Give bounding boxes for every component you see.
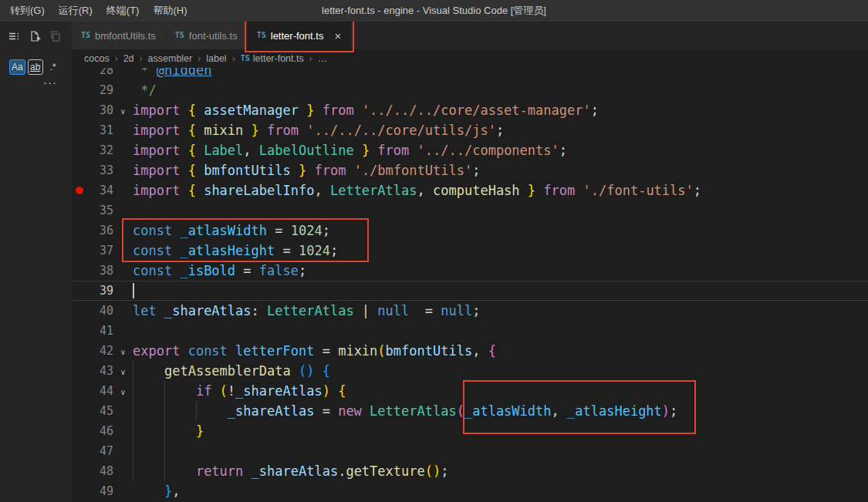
code-line[interactable]: 35 bbox=[72, 200, 868, 221]
chevron-down-icon[interactable]: ∨ bbox=[120, 388, 126, 396]
chevron-right-icon: › bbox=[140, 53, 143, 64]
code-line[interactable]: 31import { mixin } from '../../../core/u… bbox=[72, 120, 868, 140]
close-icon[interactable]: × bbox=[334, 30, 341, 42]
chevron-down-icon[interactable]: ∨ bbox=[120, 348, 126, 356]
editor[interactable]: 28 * @hidden29 */30∨import { assetManage… bbox=[72, 68, 868, 502]
line-number: 45 bbox=[87, 401, 113, 421]
breakpoint-margin[interactable] bbox=[72, 361, 87, 381]
breakpoint-margin[interactable] bbox=[72, 241, 87, 261]
fold-margin: ∨ bbox=[113, 100, 133, 120]
code-line[interactable]: 41 bbox=[72, 321, 868, 341]
menu-item[interactable]: 帮助(H) bbox=[146, 0, 194, 22]
code-line[interactable]: 32import { Label, LabelOutline } from '.… bbox=[72, 140, 868, 160]
code-line[interactable]: 42∨export const letterFont = mixin(bmfon… bbox=[72, 341, 868, 361]
line-number: 43 bbox=[87, 361, 113, 381]
fold-margin bbox=[113, 80, 133, 100]
breakpoint-margin[interactable] bbox=[72, 421, 87, 441]
code-line[interactable]: 40let _shareAtlas: LetterAtlas | null = … bbox=[72, 301, 868, 321]
tab-bmfontUtils.ts[interactable]: TSbmfontUtils.ts bbox=[72, 22, 166, 49]
breadcrumb-item[interactable]: 2d bbox=[123, 53, 134, 64]
breadcrumb-item[interactable]: TSletter-font.ts bbox=[241, 53, 304, 64]
code-line[interactable]: 47 bbox=[72, 441, 868, 461]
tab-font-utils.ts[interactable]: TSfont-utils.ts bbox=[166, 22, 248, 49]
chevron-down-icon[interactable]: ∨ bbox=[120, 107, 126, 116]
code-line[interactable]: 43∨ getAssemblerData () { bbox=[72, 361, 868, 381]
tab-bar: TSbmfontUtils.tsTSfont-utils.tsTSletter-… bbox=[72, 22, 868, 49]
editor-group: TSbmfontUtils.tsTSfont-utils.tsTSletter-… bbox=[72, 22, 868, 502]
breakpoint-margin[interactable] bbox=[72, 261, 87, 281]
fold-margin bbox=[113, 200, 133, 221]
breakpoint-margin[interactable] bbox=[72, 461, 87, 481]
code-line[interactable]: 29 */ bbox=[72, 80, 868, 100]
breadcrumb-item[interactable]: cocos bbox=[84, 53, 110, 64]
breadcrumb-label: … bbox=[318, 53, 328, 64]
breadcrumb-item[interactable]: assembler bbox=[148, 53, 193, 64]
text-cursor bbox=[133, 283, 134, 298]
line-number: 29 bbox=[87, 80, 113, 100]
line-number: 32 bbox=[87, 140, 113, 160]
menu-item[interactable]: 运行(R) bbox=[52, 0, 100, 22]
breakpoint-margin[interactable] bbox=[72, 160, 87, 180]
more-actions-button[interactable]: ··· bbox=[0, 75, 72, 88]
breakpoint-margin[interactable] bbox=[72, 441, 87, 461]
breadcrumb-label: assembler bbox=[148, 53, 193, 64]
code-lines: 28 * @hidden29 */30∨import { assetManage… bbox=[72, 68, 868, 501]
breakpoint-margin[interactable] bbox=[72, 221, 87, 241]
code-line[interactable]: 34import { shareLabelInfo, LetterAtlas, … bbox=[72, 180, 868, 200]
line-number: 37 bbox=[87, 241, 113, 261]
tab-letter-font.ts[interactable]: TSletter-font.ts× bbox=[248, 22, 351, 49]
new-file-icon[interactable] bbox=[28, 29, 42, 43]
tab-label: bmfontUtils.ts bbox=[95, 30, 156, 42]
breakpoint-margin[interactable] bbox=[72, 401, 87, 421]
fold-margin bbox=[113, 401, 133, 421]
code-text: import { bmfontUtils } from './bmfontUti… bbox=[133, 160, 480, 180]
breakpoint-margin[interactable] bbox=[72, 120, 87, 140]
fold-margin bbox=[113, 120, 133, 140]
code-line[interactable]: 38const _isBold = false; bbox=[72, 261, 868, 281]
fold-margin bbox=[113, 140, 133, 160]
code-line[interactable]: 28 * @hidden bbox=[72, 68, 868, 80]
breakpoint-margin[interactable] bbox=[72, 481, 87, 501]
code-line[interactable]: 46 } bbox=[72, 421, 868, 441]
chevron-down-icon[interactable]: ∨ bbox=[120, 368, 126, 376]
breakpoint-margin[interactable] bbox=[72, 341, 87, 361]
breakpoint-margin[interactable] bbox=[72, 140, 87, 160]
breadcrumb: cocos›2d›assembler›label›TSletter-font.t… bbox=[72, 49, 868, 68]
code-line[interactable]: 49 }, bbox=[72, 481, 868, 501]
code-line[interactable]: 37const _atlasHeight = 1024; bbox=[72, 241, 868, 261]
code-text: let _shareAtlas: LetterAtlas | null = nu… bbox=[133, 301, 480, 321]
code-line[interactable]: 44∨ if (!_shareAtlas) { bbox=[72, 381, 868, 401]
line-number: 38 bbox=[87, 261, 113, 281]
match-case-toggle[interactable]: Aa bbox=[9, 59, 25, 75]
whole-word-toggle[interactable]: ab bbox=[28, 59, 43, 75]
code-line[interactable]: 30∨import { assetManager } from '../../.… bbox=[72, 100, 868, 120]
breakpoint-margin[interactable] bbox=[72, 381, 87, 401]
breakpoint-margin[interactable] bbox=[72, 301, 87, 321]
code-line[interactable]: 48 return _shareAtlas.getTexture(); bbox=[72, 461, 868, 481]
menu-item[interactable]: 终端(T) bbox=[100, 0, 147, 22]
chevron-right-icon: › bbox=[232, 53, 235, 64]
code-line[interactable]: 36const _atlasWidth = 1024; bbox=[72, 221, 868, 241]
breadcrumb-item[interactable]: label bbox=[206, 53, 226, 64]
chevron-right-icon: › bbox=[115, 53, 118, 64]
line-number: 28 bbox=[87, 68, 113, 80]
code-line[interactable]: 33import { bmfontUtils } from './bmfontU… bbox=[72, 160, 868, 180]
breakpoint-margin[interactable] bbox=[72, 321, 87, 341]
code-line[interactable]: 45 _shareAtlas = new LetterAtlas(_atlasW… bbox=[72, 401, 868, 421]
breakpoint-margin[interactable] bbox=[72, 180, 87, 200]
ts-file-icon: TS bbox=[81, 32, 90, 39]
menu-item[interactable]: 转到(G) bbox=[3, 0, 52, 22]
regex-toggle[interactable]: .* bbox=[46, 59, 61, 75]
breakpoint-margin[interactable] bbox=[72, 200, 87, 221]
breakpoint-margin[interactable] bbox=[72, 80, 87, 100]
copy-icon[interactable] bbox=[49, 29, 62, 43]
list-icon[interactable] bbox=[7, 29, 21, 43]
code-text: const _atlasHeight = 1024; bbox=[133, 241, 338, 261]
breakpoint-margin[interactable] bbox=[72, 68, 87, 80]
breadcrumb-item[interactable]: … bbox=[318, 53, 328, 64]
breakpoint-margin[interactable] bbox=[72, 281, 87, 301]
breakpoint-margin[interactable] bbox=[72, 100, 87, 120]
code-line[interactable]: 39 bbox=[72, 281, 868, 301]
code-text: const _isBold = false; bbox=[133, 261, 306, 281]
titlebar: 转到(G)运行(R)终端(T)帮助(H) letter-font.ts - en… bbox=[0, 0, 868, 22]
